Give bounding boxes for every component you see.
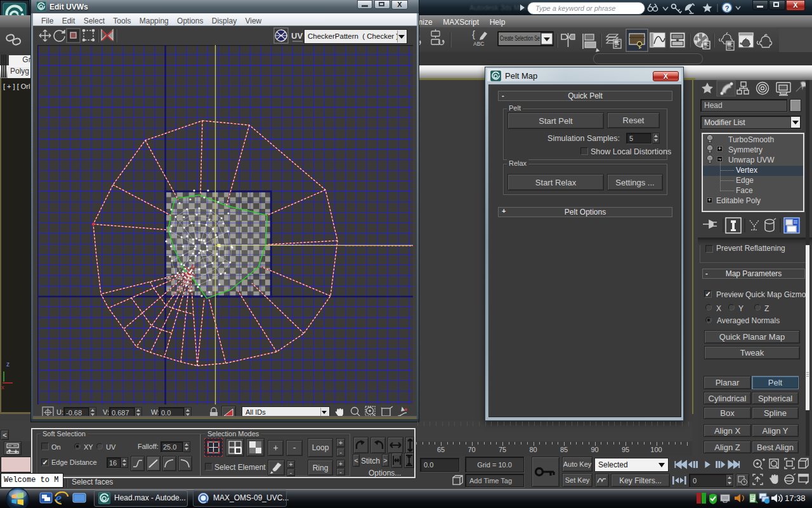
svg-text:UV: UV xyxy=(291,31,303,41)
svg-text:{: { xyxy=(472,29,475,39)
svg-text:Create Selection Se: Create Selection Se xyxy=(500,34,540,42)
svg-text:ABC: ABC xyxy=(473,41,484,47)
svg-text:z: z xyxy=(6,361,10,368)
svg-text:?: ? xyxy=(725,4,730,12)
svg-text:x: x xyxy=(1,384,4,391)
